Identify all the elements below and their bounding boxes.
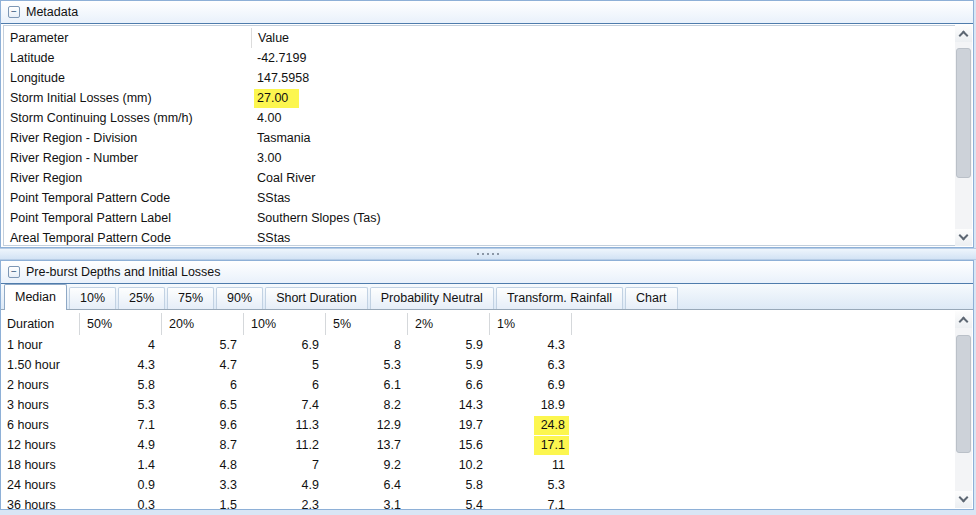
preburst-panel-header[interactable]: − Pre-burst Depths and Initial Losses: [1, 261, 973, 284]
value-cell: 3.00: [251, 148, 954, 168]
value-cell: 5.9: [407, 335, 489, 355]
value-cell: 24.8: [489, 415, 571, 435]
preburst-scrollbar[interactable]: [955, 311, 972, 508]
value-cell: 7: [243, 455, 325, 475]
table-row[interactable]: 12 hours4.98.711.213.715.617.1: [2, 435, 955, 455]
tab-25[interactable]: 25%: [118, 287, 165, 309]
value-cell: 6.6: [407, 375, 489, 395]
value-cell: -42.7199: [251, 48, 954, 68]
column-header-2: 2%: [407, 313, 489, 335]
value-cell: 5.3: [489, 475, 571, 495]
param-cell: Storm Initial Losses (mm): [10, 88, 152, 108]
column-header-5: 5%: [325, 313, 407, 335]
value-cell: 4.3: [489, 335, 571, 355]
value-cell: 4.8: [161, 455, 243, 475]
chevron-up-icon: [959, 317, 969, 327]
scroll-down-button[interactable]: [955, 229, 972, 246]
value-cell: 11.3: [243, 415, 325, 435]
value-cell: 6.3: [489, 355, 571, 375]
value-cell: 4.00: [251, 108, 954, 128]
tab-probability-neutral[interactable]: Probability Neutral: [370, 287, 494, 309]
tab-median[interactable]: Median: [4, 284, 67, 310]
value-cell: 4.9: [243, 475, 325, 495]
column-header-1: 1%: [489, 313, 571, 335]
value-cell: 3.1: [325, 495, 407, 509]
table-row[interactable]: 24 hours0.93.34.96.45.85.3: [2, 475, 955, 495]
table-row[interactable]: Latitude-42.7199: [4, 48, 954, 68]
preburst-table: Duration50%20%10%5%2%1% 1 hour45.76.985.…: [2, 310, 955, 509]
chevron-down-icon: [959, 231, 969, 241]
tab-transform-rainfall[interactable]: Transform. Rainfall: [496, 287, 623, 309]
collapse-icon[interactable]: −: [8, 266, 20, 278]
scrollbar-track[interactable]: [955, 328, 972, 491]
table-row[interactable]: 36 hours0.31.52.33.15.47.1: [2, 495, 955, 509]
chevron-down-icon: [959, 493, 969, 503]
chevron-up-icon: [959, 31, 969, 41]
value-cell: 6.4: [325, 475, 407, 495]
table-row[interactable]: Point Temporal Pattern CodeSStas: [4, 188, 954, 208]
table-row[interactable]: Storm Continuing Losses (mm/h)4.00: [4, 108, 954, 128]
table-row[interactable]: River Region - Number3.00: [4, 148, 954, 168]
splitter-grip-icon[interactable]: [477, 253, 499, 255]
tab-90[interactable]: 90%: [216, 287, 263, 309]
duration-cell: 1 hour: [7, 335, 79, 355]
value-cell: 3.3: [161, 475, 243, 495]
table-row[interactable]: 3 hours5.36.57.48.214.318.9: [2, 395, 955, 415]
table-row[interactable]: Storm Initial Losses (mm)27.00: [4, 88, 954, 108]
value-cell: 13.7: [325, 435, 407, 455]
horizontal-splitter[interactable]: [0, 248, 976, 260]
scroll-up-button[interactable]: [955, 25, 972, 42]
preburst-tabs: Median10%25%75%90%Short DurationProbabil…: [1, 284, 973, 310]
collapse-icon[interactable]: −: [8, 6, 20, 18]
param-cell: River Region: [10, 168, 82, 188]
table-row[interactable]: 1 hour45.76.985.94.3: [2, 335, 955, 355]
scroll-down-button[interactable]: [955, 491, 972, 508]
value-cell: 6: [161, 375, 243, 395]
table-row[interactable]: River Region - DivisionTasmania: [4, 128, 954, 148]
grid-body: 1 hour45.76.985.94.31.50 hour4.34.755.35…: [2, 335, 955, 509]
table-row[interactable]: 1.50 hour4.34.755.35.96.3: [2, 355, 955, 375]
tab-chart[interactable]: Chart: [625, 287, 678, 309]
duration-cell: 24 hours: [7, 475, 79, 495]
metadata-panel-header[interactable]: − Metadata: [1, 1, 973, 24]
tab-75[interactable]: 75%: [167, 287, 214, 309]
tab-short-duration[interactable]: Short Duration: [265, 287, 368, 309]
value-cell: 11: [489, 455, 571, 475]
table-row[interactable]: Point Temporal Pattern LabelSouthern Slo…: [4, 208, 954, 228]
highlighted-value: 27.00: [254, 89, 299, 108]
value-cell: 2.3: [243, 495, 325, 509]
value-cell: Southern Slopes (Tas): [251, 208, 954, 228]
value-cell: 147.5958: [251, 68, 954, 88]
table-row[interactable]: 2 hours5.8666.16.66.9: [2, 375, 955, 395]
value-cell: 4.9: [79, 435, 161, 455]
value-cell: 5.7: [161, 335, 243, 355]
value-cell: 17.1: [489, 435, 571, 455]
scrollbar-track[interactable]: [955, 42, 972, 229]
column-header-parameter: Parameter: [10, 28, 68, 48]
grid-header-row: Duration50%20%10%5%2%1%: [2, 313, 955, 335]
preburst-panel: − Pre-burst Depths and Initial Losses Me…: [0, 260, 974, 510]
value-cell: 15.6: [407, 435, 489, 455]
column-header-empty: [571, 313, 653, 335]
param-cell: Point Temporal Pattern Code: [10, 188, 170, 208]
metadata-header-row: ParameterValue: [4, 28, 954, 48]
value-cell: 5.9: [407, 355, 489, 375]
value-cell: 11.2: [243, 435, 325, 455]
table-row[interactable]: 6 hours7.19.611.312.919.724.8: [2, 415, 955, 435]
scrollbar-thumb[interactable]: [956, 48, 971, 178]
tab-10[interactable]: 10%: [69, 287, 116, 309]
table-row[interactable]: 18 hours1.44.879.210.211: [2, 455, 955, 475]
column-header-duration: Duration: [7, 313, 79, 335]
table-row[interactable]: Areal Temporal Pattern CodeSStas: [4, 228, 954, 246]
value-cell: 5.3: [325, 355, 407, 375]
value-cell: 6.5: [161, 395, 243, 415]
value-cell: 8: [325, 335, 407, 355]
preburst-panel-title: Pre-burst Depths and Initial Losses: [26, 265, 221, 279]
preburst-panel-body: Median10%25%75%90%Short DurationProbabil…: [1, 284, 973, 509]
table-row[interactable]: Longitude147.5958: [4, 68, 954, 88]
scrollbar-thumb[interactable]: [956, 335, 971, 453]
value-cell: 5.4: [407, 495, 489, 509]
table-row[interactable]: River RegionCoal River: [4, 168, 954, 188]
metadata-scrollbar[interactable]: [955, 25, 972, 246]
scroll-up-button[interactable]: [955, 311, 972, 328]
